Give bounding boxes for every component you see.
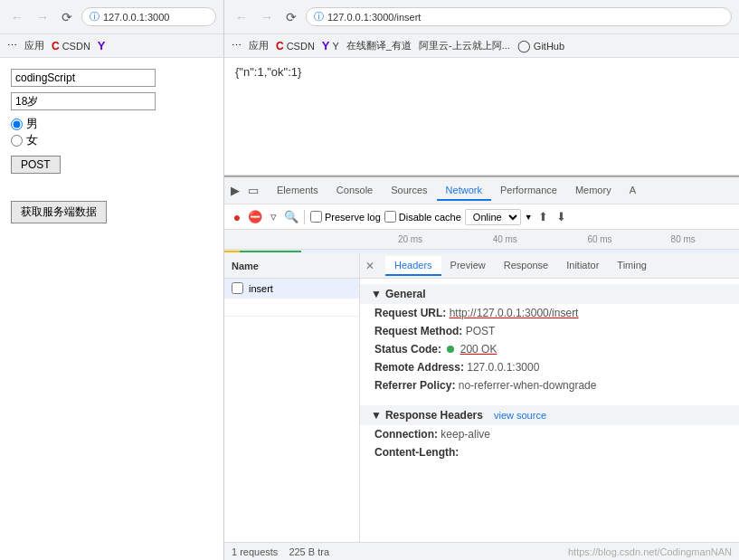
left-content: 男 女 POST 获取服务端数据 [0,58,223,560]
timeline-bar-area: 20 ms 40 ms 60 ms 80 ms [360,230,739,250]
right-bookmark-y-label: Y [333,41,339,52]
stop-icon[interactable]: ⛔ [248,210,262,224]
male-radio-label[interactable]: 男 [11,116,213,132]
upload-icon[interactable]: ⬆ [536,210,551,224]
left-browser: ← → ⟳ ⓘ 127.0.0.1:3000 ⋯ 应用 C CSDN Y [0,0,224,560]
inspect-icon[interactable]: ▶ [228,184,242,198]
right-bookmark-y[interactable]: Y Y [322,39,339,52]
details-close-button[interactable]: ✕ [360,258,380,274]
details-tab-bar: ✕ Headers Preview Response Initiator Tim… [360,253,739,279]
details-tab-preview[interactable]: Preview [441,256,495,276]
referrer-policy-value: no-referrer-when-downgrade [459,379,597,392]
general-section-header: ▼ General [360,284,739,304]
male-radio[interactable] [11,119,23,130]
left-bookmarks: ⋯ 应用 C CSDN Y [0,34,223,58]
reload-button[interactable]: ⟳ [58,8,76,26]
post-button[interactable]: POST [11,156,61,174]
device-icon[interactable]: ▭ [246,184,261,198]
right-bookmark-csdn[interactable]: C CSDN [276,40,315,52]
details-tab-initiator[interactable]: Initiator [557,256,608,276]
watermark-text: https://blog.csdn.net/CodingmanNAN [340,546,732,557]
remote-address-label: Remote Address: [374,361,464,374]
csdn-logo: C [52,40,60,52]
referrer-policy-row: Referrer Policy: no-referrer-when-downgr… [360,376,739,394]
right-bookmark-fanyi[interactable]: 在线翻译_有道 [346,39,412,52]
age-input[interactable] [11,92,156,110]
network-item[interactable]: insert [224,279,359,299]
tab-elements[interactable]: Elements [268,181,327,201]
connection-value: keep-alive [441,428,490,441]
network-name-header: Name [232,261,259,271]
preserve-log-input[interactable] [310,211,322,223]
female-radio-label[interactable]: 女 [11,132,213,148]
back-button[interactable]: ← [7,8,27,26]
status-dot [447,346,454,353]
male-label: 男 [26,116,38,132]
right-reload-button[interactable]: ⟳ [282,8,300,26]
details-tab-response[interactable]: Response [495,256,558,276]
connection-row: Connection: keep-alive [360,425,739,443]
filter-icon[interactable]: ▿ [266,210,280,224]
response-headers-section-header: ▼ Response Headers view source [360,405,739,425]
female-radio[interactable] [11,135,23,147]
tab-performance[interactable]: Performance [491,181,566,201]
right-bookmark-aliyun[interactable]: 阿里云-上云就上阿... [419,39,510,52]
github-icon: ◯ [517,39,531,52]
timeline-label-60ms: 60 ms [587,234,611,244]
tab-network[interactable]: Network [437,181,491,201]
general-section: ▼ General Request URL: http://127.0.0.1:… [360,279,739,400]
age-field-group [11,92,213,110]
fetch-button[interactable]: 获取服务端数据 [11,201,107,223]
right-bookmark-apps[interactable]: 应用 [249,39,269,52]
disable-cache-label: Disable cache [399,212,461,223]
view-source-link[interactable]: view source [494,410,546,421]
size-info: 225 B tra [289,546,329,557]
network-list: Name insert [224,253,360,542]
preserve-log-label: Preserve log [325,212,381,223]
devtools-panel: ▶ ▭ Elements Console Sources Network Per… [224,176,739,560]
status-code-row: Status Code: 200 OK [360,340,739,358]
tab-sources[interactable]: Sources [382,181,436,201]
right-bookmark-github[interactable]: ◯ GitHub [517,39,564,52]
bookmark-apps[interactable]: 应用 [24,39,44,52]
right-apps-icon: ⋯ [232,40,242,52]
tab-console[interactable]: Console [327,181,382,201]
right-url: 127.0.0.1:3000/insert [327,12,421,23]
details-tab-timing[interactable]: Timing [608,256,656,276]
apps-icon: ⋯ [7,40,17,52]
right-address-bar[interactable]: ⓘ 127.0.0.1:3000/insert [306,7,732,26]
right-back-button[interactable]: ← [232,8,251,26]
right-forward-button[interactable]: → [257,8,277,26]
left-nav: ← → ⟳ ⓘ 127.0.0.1:3000 [0,0,223,34]
response-headers-section: ▼ Response Headers view source Connectio… [360,400,739,467]
download-icon[interactable]: ⬇ [554,210,569,224]
name-input[interactable] [11,69,156,87]
search-icon[interactable]: 🔍 [284,210,298,224]
tab-more[interactable]: A [621,181,645,201]
right-csdn-logo: C [276,40,284,52]
content-length-label: Content-Length: [374,446,459,459]
right-y-logo: Y [322,39,330,52]
status-code-value: 200 OK [460,343,497,356]
preserve-log-checkbox[interactable]: Preserve log [310,211,381,223]
bookmark-y[interactable]: Y [98,39,106,52]
throttle-select[interactable]: Online [465,209,521,225]
request-method-row: Request Method: POST [360,322,739,340]
right-bookmark-github-label: GitHub [534,41,564,52]
bookmark-csdn[interactable]: C CSDN [52,40,90,52]
record-icon[interactable]: ● [230,210,244,224]
forward-button[interactable]: → [33,8,52,26]
request-url-value: http://127.0.0.1:3000/insert [450,307,579,319]
devtools-toolbar: ● ⛔ ▿ 🔍 Preserve log Disable cache Onlin… [224,204,739,230]
disable-cache-input[interactable] [384,211,396,223]
referrer-policy-label: Referrer Policy: [374,379,455,392]
tab-memory[interactable]: Memory [566,181,621,201]
network-item-checkbox[interactable] [232,282,243,294]
network-list-header: Name [224,253,359,279]
left-address-bar[interactable]: ⓘ 127.0.0.1:3000 [81,7,216,26]
disable-cache-checkbox[interactable]: Disable cache [384,211,461,223]
details-tab-headers[interactable]: Headers [385,256,441,276]
timeline-label-80ms: 80 ms [671,234,696,244]
timeline-label-20ms: 20 ms [398,234,422,244]
right-bookmarks: ⋯ 应用 C CSDN Y Y 在线翻译_有道 阿里云-上云就上阿... ◯ G… [224,34,739,58]
